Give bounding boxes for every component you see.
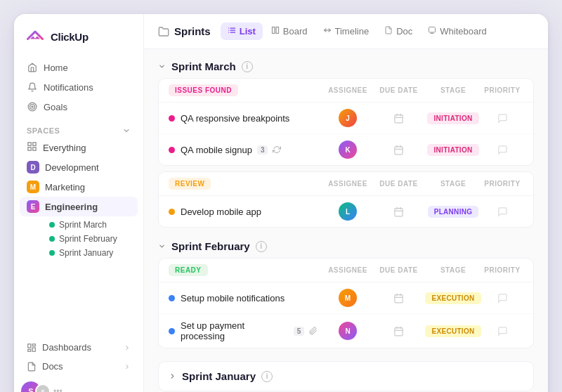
sidebar-item-engineering[interactable]: E Engineering (20, 197, 138, 216)
sidebar-sprint-march[interactable]: Sprint March (44, 218, 131, 232)
sidebar-bottom: Dashboards Docs (14, 338, 143, 376)
docs-label: Docs (42, 361, 63, 372)
task-assignee-t3: L (323, 202, 372, 221)
chevron-down-icon-feb (158, 242, 166, 250)
sidebar-item-dashboards[interactable]: Dashboards (20, 338, 138, 357)
chevron-down-icon (158, 63, 166, 70)
stage-chip-t5: EXECUTION (425, 325, 481, 337)
sidebar-item-docs[interactable]: Docs (20, 357, 138, 376)
comment-icon-t5 (497, 326, 508, 337)
app-name: ClickUp (51, 31, 89, 43)
sidebar-item-development[interactable]: D Development (20, 157, 138, 177)
tab-timeline[interactable]: Timeline (316, 22, 377, 40)
bell-icon (27, 81, 38, 93)
list-icon (228, 26, 236, 37)
svg-rect-21 (395, 115, 403, 122)
user-avatar-area[interactable]: S + ••• (14, 376, 143, 392)
sprint-january-label: Sprint January (59, 248, 113, 258)
task-stage-t5: EXECUTION (425, 325, 481, 337)
col-stage-2: STAGE (425, 180, 481, 188)
col-duedate-2: DUE DATE (372, 180, 425, 188)
tab-board[interactable]: Board (264, 22, 315, 40)
col-priority-1: PRIORITY (481, 86, 523, 94)
home-icon (27, 62, 38, 73)
task-row-t2[interactable]: QA mobile signup 3 K (159, 134, 533, 165)
sprint-february-dot (49, 236, 55, 242)
task-stage-t4: EXECUTION (425, 292, 481, 304)
stage-chip-t2: INITIATION (427, 144, 478, 156)
task-priority-t1 (481, 113, 523, 124)
sprint-march-label: Sprint March (59, 220, 107, 230)
avatar-t4: M (339, 289, 357, 307)
sidebar-item-everything[interactable]: Everything (20, 138, 138, 157)
sidebar-item-home[interactable]: Home (20, 58, 138, 77)
task-row-t4[interactable]: Setup mobile notifications M EXECUTION (159, 282, 533, 314)
svg-rect-17 (272, 27, 275, 34)
folder-icon (158, 26, 169, 37)
avatar-t5: N (339, 322, 357, 340)
review-badge: REVIEW (169, 178, 211, 190)
task-name-t3: Develop mobile app (181, 207, 318, 217)
task-row-t5[interactable]: Set up payment processing 5 N (159, 314, 533, 348)
sprint-february-label: Sprint February (59, 234, 117, 244)
sprint-january-collapsed[interactable]: Sprint January i (158, 361, 534, 391)
task-name-t1: QA responsive breakpoints (181, 113, 318, 124)
calendar-icon-t1 (393, 113, 404, 124)
svg-rect-6 (28, 148, 31, 150)
goals-label: Goals (44, 102, 67, 112)
sprint-march-header[interactable]: Sprint March i (158, 60, 534, 72)
task-row-t3[interactable]: Develop mobile app L PLANNING (159, 196, 533, 227)
task-assignee-t1: J (323, 109, 372, 127)
task-cols-t1: J INITIATION (323, 109, 523, 127)
sidebar-sprint-february[interactable]: Sprint February (44, 232, 131, 246)
marketing-label: Marketing (45, 182, 85, 192)
sidebar-item-marketing[interactable]: M Marketing (20, 177, 138, 197)
section-title: Sprints (174, 25, 211, 37)
task-priority-t3 (481, 207, 523, 217)
tab-timeline-label: Timeline (335, 26, 370, 37)
task-assignee-t2: K (323, 141, 372, 159)
whiteboard-icon (428, 26, 436, 37)
stage-chip-t3: PLANNING (428, 206, 479, 218)
svg-rect-25 (395, 146, 403, 154)
sprint-march-section: Sprint March i ISSUES FOUND ASSIGNEE DUE… (158, 60, 534, 228)
tab-list[interactable]: List (221, 22, 263, 40)
sprint-february-table: READY ASSIGNEE DUE DATE STAGE PRIORITY S… (158, 258, 534, 348)
task-name-t5: Set up payment processing 5 (181, 320, 318, 341)
col-labels-1: ASSIGNEE DUE DATE STAGE PRIORITY (323, 86, 523, 94)
task-cols-t4: M EXECUTION (323, 289, 523, 307)
sprint-march-title: Sprint March (171, 60, 236, 72)
development-label: Development (45, 162, 99, 173)
task-count-t2: 3 (257, 145, 268, 155)
svg-rect-33 (395, 294, 403, 302)
svg-rect-18 (276, 27, 279, 34)
everything-label: Everything (43, 143, 86, 153)
sidebar-item-goals[interactable]: Goals (20, 97, 138, 117)
user-dots: ••• (53, 386, 63, 392)
task-dot-t5 (169, 328, 175, 334)
stage-chip-t1: INITIATION (427, 112, 478, 124)
col-stage-3: STAGE (425, 266, 481, 274)
logo-area: ClickUp (14, 27, 143, 58)
sprint-january-title: Sprint January (182, 370, 256, 382)
tab-doc[interactable]: Doc (377, 22, 419, 40)
sprint-february-header[interactable]: Sprint February i (158, 240, 534, 252)
task-name-t4: Setup mobile notifications (181, 293, 318, 303)
comment-icon-t2 (497, 145, 508, 155)
svg-rect-20 (429, 27, 436, 33)
task-stage-t2: INITIATION (425, 144, 481, 156)
task-row-t1[interactable]: QA responsive breakpoints J INITIATION (159, 103, 533, 134)
svg-rect-9 (32, 348, 35, 351)
task-count-t5: 5 (294, 327, 305, 336)
sidebar-item-notifications[interactable]: Notifications (20, 77, 138, 97)
sidebar-sprint-january[interactable]: Sprint January (44, 246, 131, 260)
task-dot-t3 (169, 209, 175, 215)
engineering-dot: E (27, 200, 39, 213)
svg-rect-3 (28, 143, 31, 145)
home-label: Home (44, 63, 68, 73)
task-stage-t3: PLANNING (425, 206, 481, 218)
task-dot-t1 (169, 115, 175, 122)
main-header: Sprints List Board (144, 14, 548, 49)
sidebar: ClickUp Home Notifications Goals (14, 14, 144, 392)
tab-whiteboard[interactable]: Whiteboard (421, 22, 493, 40)
